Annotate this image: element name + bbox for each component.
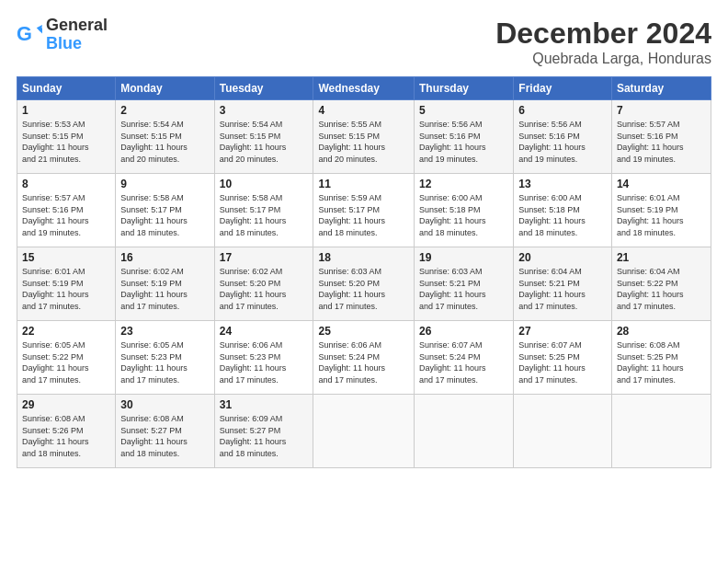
day-info: Sunrise: 5:58 AMSunset: 5:17 PMDaylight:… [220, 192, 309, 238]
logo-general-text: General [46, 16, 108, 34]
day-number: 23 [120, 325, 209, 338]
calendar-table: SundayMondayTuesdayWednesdayThursdayFrid… [17, 76, 711, 468]
logo: G General Blue [17, 17, 108, 53]
calendar-cell [313, 395, 415, 468]
calendar-cell: 25Sunrise: 6:06 AMSunset: 5:24 PMDayligh… [313, 321, 415, 395]
calendar-cell: 20Sunrise: 6:04 AMSunset: 5:21 PMDayligh… [514, 247, 612, 321]
day-number: 30 [120, 398, 209, 411]
calendar-cell: 30Sunrise: 6:08 AMSunset: 5:27 PMDayligh… [116, 395, 214, 468]
day-number: 14 [617, 178, 706, 190]
calendar-header-wednesday: Wednesday [313, 77, 415, 100]
day-number: 12 [419, 178, 508, 190]
day-info: Sunrise: 6:00 AMSunset: 5:18 PMDaylight:… [518, 192, 607, 238]
day-number: 10 [220, 178, 309, 190]
day-info: Sunrise: 6:08 AMSunset: 5:26 PMDaylight:… [22, 413, 110, 459]
calendar-cell: 18Sunrise: 6:03 AMSunset: 5:20 PMDayligh… [313, 247, 415, 321]
day-number: 20 [518, 251, 607, 264]
calendar-cell: 31Sunrise: 6:09 AMSunset: 5:27 PMDayligh… [214, 395, 313, 468]
day-number: 2 [120, 104, 209, 117]
day-number: 9 [120, 178, 209, 190]
day-info: Sunrise: 6:05 AMSunset: 5:22 PMDaylight:… [22, 339, 110, 385]
day-info: Sunrise: 6:05 AMSunset: 5:23 PMDaylight:… [120, 339, 209, 385]
calendar-cell: 9Sunrise: 5:58 AMSunset: 5:17 PMDaylight… [116, 174, 214, 247]
calendar-cell: 27Sunrise: 6:07 AMSunset: 5:25 PMDayligh… [514, 321, 612, 395]
calendar-header-thursday: Thursday [415, 77, 514, 100]
day-number: 4 [318, 104, 409, 117]
calendar-header-tuesday: Tuesday [214, 77, 313, 100]
calendar-week-1: 1Sunrise: 5:53 AMSunset: 5:15 PMDaylight… [17, 100, 711, 174]
calendar-cell: 6Sunrise: 5:56 AMSunset: 5:16 PMDaylight… [514, 100, 612, 174]
location-title: Quebrada Larga, Honduras [495, 51, 711, 67]
calendar-week-4: 22Sunrise: 6:05 AMSunset: 5:22 PMDayligh… [17, 321, 711, 395]
day-info: Sunrise: 6:04 AMSunset: 5:22 PMDaylight:… [617, 266, 706, 312]
calendar-cell: 4Sunrise: 5:55 AMSunset: 5:15 PMDaylight… [313, 100, 415, 174]
day-info: Sunrise: 5:56 AMSunset: 5:16 PMDaylight:… [419, 119, 508, 165]
day-number: 13 [518, 178, 607, 190]
header: G General Blue December 2024 Quebrada La… [17, 17, 711, 67]
calendar-cell: 2Sunrise: 5:54 AMSunset: 5:15 PMDaylight… [116, 100, 214, 174]
calendar-cell: 10Sunrise: 5:58 AMSunset: 5:17 PMDayligh… [214, 174, 313, 247]
calendar-cell: 8Sunrise: 5:57 AMSunset: 5:16 PMDaylight… [17, 174, 116, 247]
day-info: Sunrise: 6:02 AMSunset: 5:20 PMDaylight:… [220, 266, 309, 312]
calendar-cell: 23Sunrise: 6:05 AMSunset: 5:23 PMDayligh… [116, 321, 214, 395]
day-info: Sunrise: 6:06 AMSunset: 5:24 PMDaylight:… [318, 339, 409, 385]
day-info: Sunrise: 5:54 AMSunset: 5:15 PMDaylight:… [120, 119, 209, 165]
logo-icon: G [17, 22, 42, 48]
calendar-cell: 16Sunrise: 6:02 AMSunset: 5:19 PMDayligh… [116, 247, 214, 321]
month-title: December 2024 [495, 17, 711, 51]
calendar-week-3: 15Sunrise: 6:01 AMSunset: 5:19 PMDayligh… [17, 247, 711, 321]
calendar-header-row: SundayMondayTuesdayWednesdayThursdayFrid… [17, 77, 711, 100]
day-number: 16 [120, 251, 209, 264]
day-number: 28 [617, 325, 706, 338]
calendar-cell: 28Sunrise: 6:08 AMSunset: 5:25 PMDayligh… [611, 321, 711, 395]
day-info: Sunrise: 6:00 AMSunset: 5:18 PMDaylight:… [419, 192, 508, 238]
calendar-cell: 14Sunrise: 6:01 AMSunset: 5:19 PMDayligh… [611, 174, 711, 247]
day-number: 24 [220, 325, 309, 338]
day-info: Sunrise: 6:07 AMSunset: 5:24 PMDaylight:… [419, 339, 508, 385]
day-info: Sunrise: 6:08 AMSunset: 5:25 PMDaylight:… [617, 339, 706, 385]
calendar-cell: 24Sunrise: 6:06 AMSunset: 5:23 PMDayligh… [214, 321, 313, 395]
calendar-week-5: 29Sunrise: 6:08 AMSunset: 5:26 PMDayligh… [17, 395, 711, 468]
day-info: Sunrise: 6:06 AMSunset: 5:23 PMDaylight:… [220, 339, 309, 385]
day-info: Sunrise: 5:56 AMSunset: 5:16 PMDaylight:… [518, 119, 607, 165]
day-number: 11 [318, 178, 409, 190]
day-info: Sunrise: 6:03 AMSunset: 5:20 PMDaylight:… [318, 266, 409, 312]
day-number: 31 [220, 398, 309, 411]
day-number: 1 [22, 104, 110, 117]
calendar-week-2: 8Sunrise: 5:57 AMSunset: 5:16 PMDaylight… [17, 174, 711, 247]
day-number: 27 [518, 325, 607, 338]
calendar-cell: 11Sunrise: 5:59 AMSunset: 5:17 PMDayligh… [313, 174, 415, 247]
calendar-cell: 3Sunrise: 5:54 AMSunset: 5:15 PMDaylight… [214, 100, 313, 174]
day-info: Sunrise: 5:58 AMSunset: 5:17 PMDaylight:… [120, 192, 209, 238]
calendar-cell: 12Sunrise: 6:00 AMSunset: 5:18 PMDayligh… [415, 174, 514, 247]
calendar-header-friday: Friday [514, 77, 612, 100]
day-info: Sunrise: 5:57 AMSunset: 5:16 PMDaylight:… [617, 119, 706, 165]
calendar-cell: 21Sunrise: 6:04 AMSunset: 5:22 PMDayligh… [611, 247, 711, 321]
day-info: Sunrise: 5:53 AMSunset: 5:15 PMDaylight:… [22, 119, 110, 165]
calendar-cell: 5Sunrise: 5:56 AMSunset: 5:16 PMDaylight… [415, 100, 514, 174]
day-info: Sunrise: 5:54 AMSunset: 5:15 PMDaylight:… [220, 119, 309, 165]
title-block: December 2024 Quebrada Larga, Honduras [495, 17, 711, 67]
calendar-header-sunday: Sunday [17, 77, 116, 100]
day-number: 15 [22, 251, 110, 264]
day-info: Sunrise: 6:03 AMSunset: 5:21 PMDaylight:… [419, 266, 508, 312]
day-info: Sunrise: 6:02 AMSunset: 5:19 PMDaylight:… [120, 266, 209, 312]
calendar-cell [514, 395, 612, 468]
day-info: Sunrise: 6:07 AMSunset: 5:25 PMDaylight:… [518, 339, 607, 385]
day-info: Sunrise: 6:01 AMSunset: 5:19 PMDaylight:… [617, 192, 706, 238]
day-number: 18 [318, 251, 409, 264]
calendar-cell: 1Sunrise: 5:53 AMSunset: 5:15 PMDaylight… [17, 100, 116, 174]
day-info: Sunrise: 6:04 AMSunset: 5:21 PMDaylight:… [518, 266, 607, 312]
day-info: Sunrise: 6:01 AMSunset: 5:19 PMDaylight:… [22, 266, 110, 312]
calendar-cell: 7Sunrise: 5:57 AMSunset: 5:16 PMDaylight… [611, 100, 711, 174]
day-number: 26 [419, 325, 508, 338]
day-number: 3 [220, 104, 309, 117]
day-info: Sunrise: 5:55 AMSunset: 5:15 PMDaylight:… [318, 119, 409, 165]
day-number: 6 [518, 104, 607, 117]
calendar-cell: 15Sunrise: 6:01 AMSunset: 5:19 PMDayligh… [17, 247, 116, 321]
calendar-cell: 26Sunrise: 6:07 AMSunset: 5:24 PMDayligh… [415, 321, 514, 395]
calendar-cell: 29Sunrise: 6:08 AMSunset: 5:26 PMDayligh… [17, 395, 116, 468]
day-number: 21 [617, 251, 706, 264]
calendar-cell [611, 395, 711, 468]
day-number: 5 [419, 104, 508, 117]
